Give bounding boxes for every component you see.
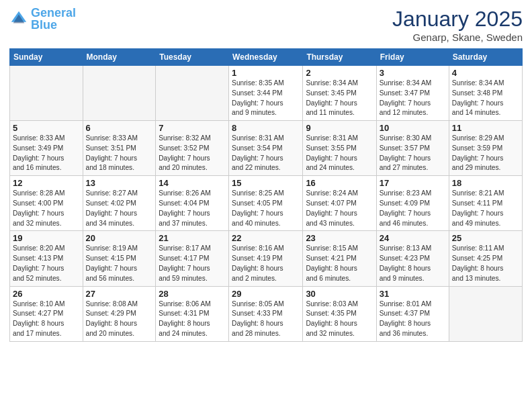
day-info: Sunrise: 8:32 AMSunset: 3:52 PMDaylight:… xyxy=(159,134,226,173)
day-cell-1-1 xyxy=(10,66,83,121)
day-number: 19 xyxy=(13,233,80,243)
day-cell-1-4: 1Sunrise: 8:35 AMSunset: 3:44 PMDaylight… xyxy=(229,66,303,121)
header: General Blue January 2025 Genarp, Skane,… xyxy=(9,7,523,43)
day-info: Sunrise: 8:03 AMSunset: 4:35 PMDaylight:… xyxy=(306,300,373,339)
calendar-table: Sunday Monday Tuesday Wednesday Thursday… xyxy=(9,48,523,342)
day-info: Sunrise: 8:16 AMSunset: 4:19 PMDaylight:… xyxy=(232,244,300,283)
day-cell-3-3: 14Sunrise: 8:26 AMSunset: 4:04 PMDayligh… xyxy=(156,176,229,231)
day-number: 6 xyxy=(86,123,153,133)
day-info: Sunrise: 8:17 AMSunset: 4:17 PMDaylight:… xyxy=(159,244,226,283)
day-cell-1-2 xyxy=(83,66,156,121)
day-info: Sunrise: 8:24 AMSunset: 4:07 PMDaylight:… xyxy=(306,189,373,228)
day-cell-3-5: 16Sunrise: 8:24 AMSunset: 4:07 PMDayligh… xyxy=(303,176,376,231)
col-thursday: Thursday xyxy=(303,49,376,66)
page: General Blue January 2025 Genarp, Skane,… xyxy=(0,0,532,411)
day-number: 4 xyxy=(452,68,519,78)
day-number: 20 xyxy=(86,233,153,243)
day-cell-5-7 xyxy=(449,286,522,341)
day-cell-3-4: 15Sunrise: 8:25 AMSunset: 4:05 PMDayligh… xyxy=(229,176,303,231)
day-cell-3-2: 13Sunrise: 8:27 AMSunset: 4:02 PMDayligh… xyxy=(83,176,156,231)
calendar-header-row: Sunday Monday Tuesday Wednesday Thursday… xyxy=(10,49,523,66)
day-cell-4-5: 23Sunrise: 8:15 AMSunset: 4:21 PMDayligh… xyxy=(303,231,376,286)
day-cell-2-3: 7Sunrise: 8:32 AMSunset: 3:52 PMDaylight… xyxy=(156,121,229,176)
day-cell-2-4: 8Sunrise: 8:31 AMSunset: 3:54 PMDaylight… xyxy=(229,121,303,176)
day-cell-4-3: 21Sunrise: 8:17 AMSunset: 4:17 PMDayligh… xyxy=(156,231,229,286)
day-info: Sunrise: 8:34 AMSunset: 3:48 PMDaylight:… xyxy=(452,79,519,118)
day-info: Sunrise: 8:13 AMSunset: 4:23 PMDaylight:… xyxy=(380,244,446,283)
day-cell-3-6: 17Sunrise: 8:23 AMSunset: 4:09 PMDayligh… xyxy=(376,176,449,231)
week-row-5: 26Sunrise: 8:10 AMSunset: 4:27 PMDayligh… xyxy=(10,286,523,341)
day-cell-2-2: 6Sunrise: 8:33 AMSunset: 3:51 PMDaylight… xyxy=(83,121,156,176)
day-number: 22 xyxy=(232,233,300,243)
day-info: Sunrise: 8:31 AMSunset: 3:55 PMDaylight:… xyxy=(306,134,373,173)
day-info: Sunrise: 8:33 AMSunset: 3:49 PMDaylight:… xyxy=(13,134,80,173)
day-info: Sunrise: 8:19 AMSunset: 4:15 PMDaylight:… xyxy=(86,244,153,283)
day-number: 12 xyxy=(13,178,80,188)
day-number: 30 xyxy=(306,289,373,299)
week-row-1: 1Sunrise: 8:35 AMSunset: 3:44 PMDaylight… xyxy=(10,66,523,121)
day-info: Sunrise: 8:05 AMSunset: 4:33 PMDaylight:… xyxy=(232,300,300,339)
day-cell-2-6: 10Sunrise: 8:30 AMSunset: 3:57 PMDayligh… xyxy=(376,121,449,176)
day-info: Sunrise: 8:01 AMSunset: 4:37 PMDaylight:… xyxy=(380,300,446,339)
day-cell-4-6: 24Sunrise: 8:13 AMSunset: 4:23 PMDayligh… xyxy=(376,231,449,286)
main-title: January 2025 xyxy=(392,7,523,32)
logo-icon xyxy=(9,9,28,28)
day-cell-5-3: 28Sunrise: 8:06 AMSunset: 4:31 PMDayligh… xyxy=(156,286,229,341)
day-cell-2-5: 9Sunrise: 8:31 AMSunset: 3:55 PMDaylight… xyxy=(303,121,376,176)
day-info: Sunrise: 8:27 AMSunset: 4:02 PMDaylight:… xyxy=(86,189,153,228)
day-number: 18 xyxy=(452,178,519,188)
day-info: Sunrise: 8:06 AMSunset: 4:31 PMDaylight:… xyxy=(159,300,226,339)
day-number: 29 xyxy=(232,289,300,299)
day-number: 14 xyxy=(159,178,226,188)
day-info: Sunrise: 8:29 AMSunset: 3:59 PMDaylight:… xyxy=(452,134,519,173)
day-cell-1-3 xyxy=(156,66,229,121)
col-saturday: Saturday xyxy=(449,49,522,66)
day-number: 15 xyxy=(232,178,300,188)
day-cell-3-1: 12Sunrise: 8:28 AMSunset: 4:00 PMDayligh… xyxy=(10,176,83,231)
day-number: 21 xyxy=(159,233,226,243)
week-row-4: 19Sunrise: 8:20 AMSunset: 4:13 PMDayligh… xyxy=(10,231,523,286)
day-info: Sunrise: 8:31 AMSunset: 3:54 PMDaylight:… xyxy=(232,134,300,173)
day-number: 31 xyxy=(380,289,446,299)
day-info: Sunrise: 8:11 AMSunset: 4:25 PMDaylight:… xyxy=(452,244,519,283)
day-number: 2 xyxy=(306,68,373,78)
day-cell-5-6: 31Sunrise: 8:01 AMSunset: 4:37 PMDayligh… xyxy=(376,286,449,341)
col-monday: Monday xyxy=(83,49,156,66)
day-info: Sunrise: 8:26 AMSunset: 4:04 PMDaylight:… xyxy=(159,189,226,228)
day-number: 26 xyxy=(13,289,80,299)
day-cell-3-7: 18Sunrise: 8:21 AMSunset: 4:11 PMDayligh… xyxy=(449,176,522,231)
col-wednesday: Wednesday xyxy=(229,49,303,66)
day-number: 5 xyxy=(13,123,80,133)
day-cell-5-5: 30Sunrise: 8:03 AMSunset: 4:35 PMDayligh… xyxy=(303,286,376,341)
title-block: January 2025 Genarp, Skane, Sweden xyxy=(392,7,523,43)
day-number: 13 xyxy=(86,178,153,188)
day-cell-5-4: 29Sunrise: 8:05 AMSunset: 4:33 PMDayligh… xyxy=(229,286,303,341)
day-number: 10 xyxy=(380,123,446,133)
day-cell-1-5: 2Sunrise: 8:34 AMSunset: 3:45 PMDaylight… xyxy=(303,66,376,121)
day-info: Sunrise: 8:20 AMSunset: 4:13 PMDaylight:… xyxy=(13,244,80,283)
day-number: 16 xyxy=(306,178,373,188)
week-row-2: 5Sunrise: 8:33 AMSunset: 3:49 PMDaylight… xyxy=(10,121,523,176)
day-number: 28 xyxy=(159,289,226,299)
day-info: Sunrise: 8:25 AMSunset: 4:05 PMDaylight:… xyxy=(232,189,300,228)
logo: General Blue xyxy=(9,7,76,31)
day-number: 25 xyxy=(452,233,519,243)
week-row-3: 12Sunrise: 8:28 AMSunset: 4:00 PMDayligh… xyxy=(10,176,523,231)
day-cell-4-7: 25Sunrise: 8:11 AMSunset: 4:25 PMDayligh… xyxy=(449,231,522,286)
day-number: 9 xyxy=(306,123,373,133)
day-cell-2-7: 11Sunrise: 8:29 AMSunset: 3:59 PMDayligh… xyxy=(449,121,522,176)
day-info: Sunrise: 8:21 AMSunset: 4:11 PMDaylight:… xyxy=(452,189,519,228)
day-info: Sunrise: 8:34 AMSunset: 3:47 PMDaylight:… xyxy=(380,79,446,118)
day-number: 24 xyxy=(380,233,446,243)
day-info: Sunrise: 8:35 AMSunset: 3:44 PMDaylight:… xyxy=(232,79,300,118)
col-friday: Friday xyxy=(376,49,449,66)
day-number: 1 xyxy=(232,68,300,78)
day-number: 8 xyxy=(232,123,300,133)
day-cell-2-1: 5Sunrise: 8:33 AMSunset: 3:49 PMDaylight… xyxy=(10,121,83,176)
subtitle: Genarp, Skane, Sweden xyxy=(392,32,523,43)
day-cell-1-6: 3Sunrise: 8:34 AMSunset: 3:47 PMDaylight… xyxy=(376,66,449,121)
day-info: Sunrise: 8:10 AMSunset: 4:27 PMDaylight:… xyxy=(13,300,80,339)
day-number: 23 xyxy=(306,233,373,243)
day-info: Sunrise: 8:34 AMSunset: 3:45 PMDaylight:… xyxy=(306,79,373,118)
day-info: Sunrise: 8:23 AMSunset: 4:09 PMDaylight:… xyxy=(380,189,446,228)
